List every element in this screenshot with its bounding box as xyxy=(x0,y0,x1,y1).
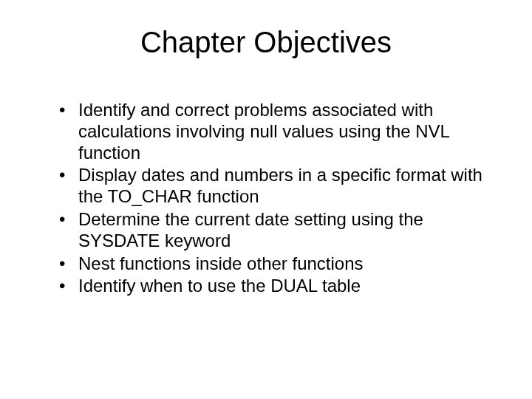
slide-title: Chapter Objectives xyxy=(37,26,495,59)
bullet-list: Identify and correct problems associated… xyxy=(37,100,495,297)
list-item: Display dates and numbers in a specific … xyxy=(59,165,495,208)
list-item: Nest functions inside other functions xyxy=(59,253,495,275)
slide-container: Chapter Objectives Identify and correct … xyxy=(0,0,532,399)
list-item: Identify when to use the DUAL table xyxy=(59,276,495,297)
list-item: Determine the current date setting using… xyxy=(59,209,495,252)
list-item: Identify and correct problems associated… xyxy=(59,100,495,163)
